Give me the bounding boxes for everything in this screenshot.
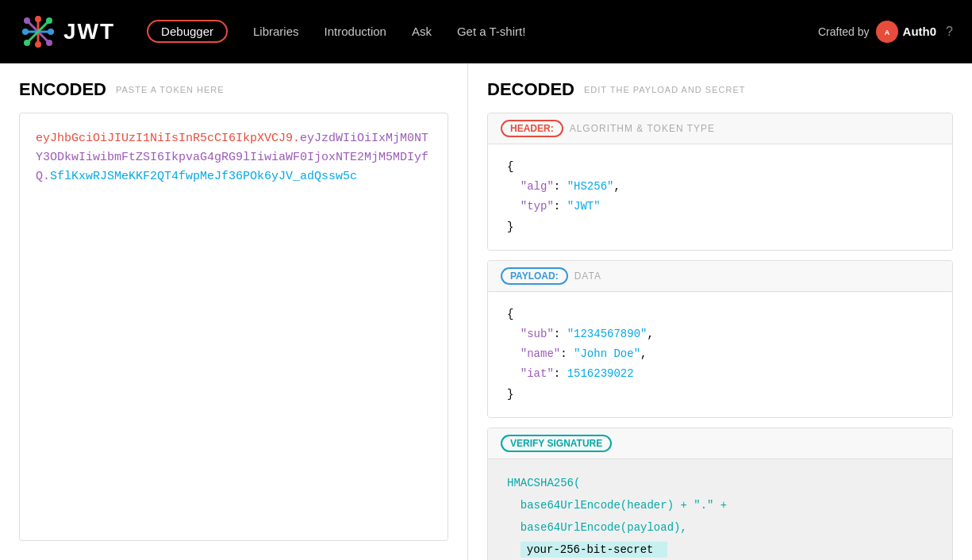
- header-close-brace: }: [507, 221, 513, 233]
- svg-point-12: [24, 40, 30, 46]
- token-part3: SflKxwRJSMeKKF2QT4fwpMeJf36POk6yJV_adQss…: [50, 170, 357, 183]
- payload-iat-key: "iat": [521, 367, 554, 380]
- svg-text:A: A: [884, 29, 889, 36]
- payload-colon3: :: [554, 367, 567, 380]
- auth0-badge[interactable]: A Auth0: [876, 21, 937, 43]
- logo-area: JWT: [19, 13, 115, 51]
- header-alg-value: "HS256": [567, 180, 614, 193]
- payload-iat-value: 1516239022: [567, 367, 634, 380]
- payload-section: PAYLOAD: DATA { "sub": "1234567890", "na…: [487, 260, 953, 418]
- svg-point-9: [24, 17, 30, 24]
- auth0-name: Auth0: [903, 25, 937, 38]
- svg-point-6: [35, 41, 41, 48]
- encoded-subtitle: PASTE A TOKEN HERE: [116, 85, 225, 94]
- header-typ-key: "typ": [521, 200, 554, 213]
- header-colon1: :: [554, 180, 567, 193]
- svg-point-11: [46, 17, 52, 24]
- header-section: HEADER: ALGORITHM & TOKEN TYPE { "alg": …: [487, 113, 953, 251]
- payload-colon1: :: [554, 328, 567, 340]
- payload-colon2: :: [560, 347, 574, 360]
- nav-links: Debugger Libraries Introduction Ask Get …: [147, 20, 818, 43]
- payload-section-header: PAYLOAD: DATA: [488, 261, 952, 292]
- verify-header: VERIFY SIGNATURE: [488, 428, 952, 459]
- secret-input[interactable]: [521, 542, 667, 558]
- verify-func: HMACSHA256(: [507, 477, 580, 489]
- header-section-header: HEADER: ALGORITHM & TOKEN TYPE: [488, 113, 952, 144]
- header-badge: HEADER:: [501, 120, 563, 137]
- decoded-subtitle: EDIT THE PAYLOAD AND SECRET: [584, 85, 745, 94]
- encoded-header: Encoded PASTE A TOKEN HERE: [19, 79, 448, 100]
- nav-libraries[interactable]: Libraries: [253, 25, 299, 38]
- svg-point-8: [48, 29, 54, 35]
- payload-name-value: "John Doe": [574, 347, 640, 360]
- help-icon[interactable]: ?: [946, 25, 953, 39]
- payload-body[interactable]: { "sub": "1234567890", "name": "John Doe…: [488, 292, 952, 417]
- token-part1: eyJhbGciOiJIUzI1NiIsInR5cCI6IkpXVCJ9: [36, 132, 293, 145]
- payload-close-brace: }: [507, 388, 513, 401]
- auth0-icon: A: [876, 21, 898, 43]
- payload-badge: PAYLOAD:: [501, 267, 568, 285]
- header-colon2: :: [554, 200, 567, 213]
- header-alg-key: "alg": [521, 180, 554, 193]
- verify-line2: base64UrlEncode(payload),: [521, 521, 687, 534]
- token-dot2: .: [43, 170, 50, 183]
- nav-tshirt[interactable]: Get a T-shirt!: [457, 25, 525, 38]
- svg-point-5: [35, 16, 41, 22]
- token-dot1: .: [293, 132, 300, 145]
- encoded-content[interactable]: eyJhbGciOiJIUzI1NiIsInR5cCI6IkpXVCJ9.eyJ…: [19, 113, 448, 541]
- header-body[interactable]: { "alg": "HS256", "typ": "JWT" }: [488, 144, 952, 250]
- payload-sub-value: "1234567890": [567, 328, 647, 340]
- header-typ-value: "JWT": [567, 200, 601, 213]
- header-comma: ,: [613, 180, 620, 193]
- encoded-title: Encoded: [19, 79, 106, 100]
- decoded-header: Decoded EDIT THE PAYLOAD AND SECRET: [487, 79, 953, 100]
- payload-open-brace: {: [507, 308, 513, 320]
- payload-label: DATA: [574, 270, 601, 282]
- crafted-by-text: Crafted by: [818, 25, 870, 38]
- svg-point-7: [22, 29, 29, 35]
- payload-name-key: "name": [521, 347, 560, 360]
- decoded-title: Decoded: [487, 79, 574, 100]
- crafted-area: Crafted by A Auth0 ?: [818, 21, 953, 43]
- payload-sub-key: "sub": [521, 328, 554, 340]
- svg-point-10: [46, 40, 52, 46]
- nav-introduction[interactable]: Introduction: [325, 25, 386, 38]
- payload-comma1: ,: [647, 328, 653, 340]
- nav-debugger[interactable]: Debugger: [147, 20, 228, 43]
- encoded-panel: Encoded PASTE A TOKEN HERE eyJhbGciOiJIU…: [0, 63, 468, 560]
- decoded-panel: Decoded EDIT THE PAYLOAD AND SECRET HEAD…: [468, 63, 972, 560]
- header-open-brace: {: [507, 160, 513, 173]
- jwt-logo-icon: [19, 13, 57, 51]
- main-content: Encoded PASTE A TOKEN HERE eyJhbGciOiJIU…: [0, 63, 972, 560]
- verify-line1: base64UrlEncode(header) + "." +: [521, 499, 727, 512]
- verify-section: VERIFY SIGNATURE HMACSHA256( base64UrlEn…: [487, 428, 953, 560]
- verify-body: HMACSHA256( base64UrlEncode(header) + ".…: [488, 459, 952, 560]
- navbar: JWT Debugger Libraries Introduction Ask …: [0, 0, 972, 63]
- payload-comma2: ,: [640, 347, 647, 360]
- logo-text: JWT: [63, 19, 115, 44]
- verify-badge: VERIFY SIGNATURE: [501, 435, 612, 452]
- header-label: ALGORITHM & TOKEN TYPE: [570, 123, 715, 134]
- nav-ask[interactable]: Ask: [412, 25, 432, 38]
